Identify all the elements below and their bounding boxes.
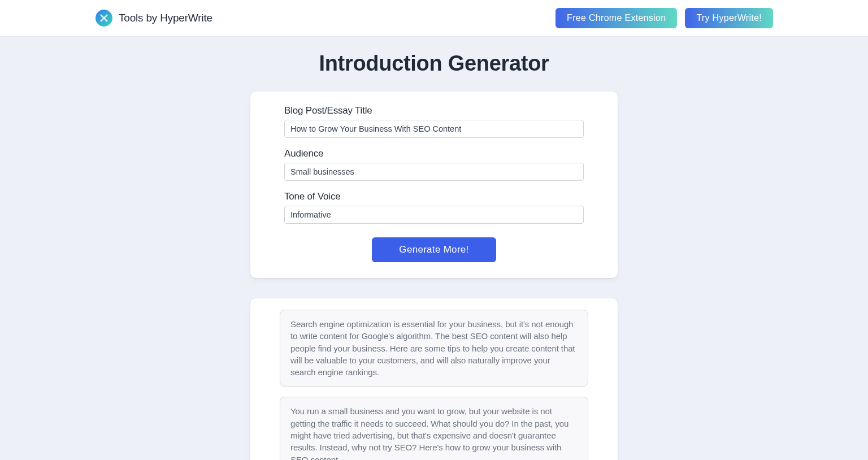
tone-input[interactable]: [284, 206, 584, 224]
title-label: Blog Post/Essay Title: [284, 105, 584, 116]
result-item[interactable]: You run a small business and you want to…: [280, 397, 588, 460]
audience-label: Audience: [284, 148, 584, 159]
page-title: Introduction Generator: [0, 51, 868, 76]
tone-label: Tone of Voice: [284, 191, 584, 202]
logo-icon: [95, 9, 113, 27]
result-item[interactable]: Search engine optimization is essential …: [280, 310, 588, 387]
brand-text: Tools by HyperWrite: [119, 12, 212, 24]
generate-button[interactable]: Generate More!: [372, 237, 496, 262]
brand[interactable]: Tools by HyperWrite: [95, 9, 212, 27]
results-card: Search engine optimization is essential …: [250, 298, 618, 460]
header-buttons: Free Chrome Extension Try HyperWrite!: [555, 8, 773, 28]
form-card: Blog Post/Essay Title Audience Tone of V…: [250, 92, 618, 278]
try-hyperwrite-button[interactable]: Try HyperWrite!: [685, 8, 773, 28]
header: Tools by HyperWrite Free Chrome Extensio…: [0, 0, 868, 37]
chrome-extension-button[interactable]: Free Chrome Extension: [555, 8, 677, 28]
audience-input[interactable]: [284, 163, 584, 181]
title-input[interactable]: [284, 120, 584, 138]
